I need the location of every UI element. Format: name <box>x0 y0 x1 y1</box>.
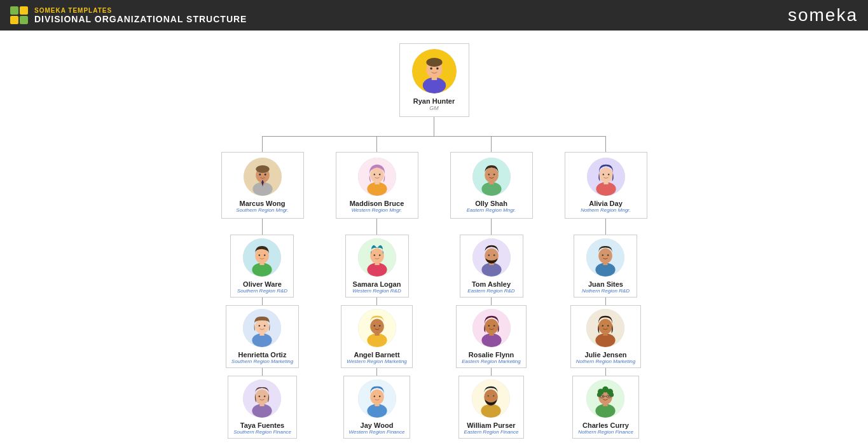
dept-tom: Eastern Region R&D <box>467 288 514 294</box>
card-william: William Purser Eastern Region Finance <box>458 376 525 439</box>
svg-point-87 <box>602 174 603 175</box>
avatar-angel <box>358 309 396 347</box>
vert-conn-1 <box>262 136 263 152</box>
svg-point-56 <box>370 390 384 405</box>
branch-alivia: Alivia Day Nothern Region Mngr. <box>558 136 654 439</box>
vert-conn-4b <box>605 219 606 235</box>
svg-point-40 <box>379 174 380 175</box>
dept-charles: Nothern Region Finance <box>578 429 633 435</box>
avatar-oliver <box>243 238 281 277</box>
avatar-maddison <box>358 158 396 196</box>
level2-row: Marcus Wong Southern Region Mngr. <box>205 136 663 439</box>
svg-point-33 <box>259 395 260 397</box>
header-left: SOMEKA TEMPLATES DIVISIONAL ORGANIZATION… <box>10 6 247 24</box>
card-henrietta: Henrietta Ortiz Southern Region Marketin… <box>226 305 299 368</box>
vert-conn-3 <box>491 136 492 152</box>
card-taya: Taya Fuentes Southern Region Finance <box>228 376 297 439</box>
name-alivia: Alivia Day <box>589 200 623 207</box>
vert-conn-4 <box>605 136 606 152</box>
logo-icon <box>10 6 28 24</box>
name-juan: Juan Sites <box>588 280 623 288</box>
sub-taya: Taya Fuentes Southern Region Finance <box>228 376 297 439</box>
svg-point-92 <box>599 249 613 264</box>
svg-point-62 <box>485 168 499 183</box>
svg-point-38 <box>370 168 384 183</box>
svg-point-5 <box>430 67 432 70</box>
svg-point-94 <box>607 254 609 256</box>
name-rosalie: Rosalie Flynn <box>469 351 514 359</box>
svg-point-39 <box>373 174 375 175</box>
sub-marcus: Oliver Ware Southern Region R&D <box>226 235 299 439</box>
name-jay: Jay Wood <box>361 421 394 429</box>
name-marcus: Marcus Wong <box>240 200 286 207</box>
svg-point-98 <box>599 319 613 334</box>
dept-henrietta: Southern Region Marketing <box>231 359 293 364</box>
svg-point-22 <box>264 254 265 256</box>
dept-samara: Western Region R&D <box>352 288 401 294</box>
dept-taya: Southern Region Finance <box>233 429 291 435</box>
svg-point-6 <box>436 67 439 70</box>
name-henrietta: Henrietta Ortiz <box>238 351 287 359</box>
svg-point-4 <box>426 58 442 67</box>
sub-samara: Samara Logan Western Region R&D <box>345 235 409 305</box>
node-marcus: Marcus Wong Southern Region Mngr. <box>221 152 304 219</box>
svg-point-26 <box>256 319 270 334</box>
svg-point-109 <box>609 392 614 397</box>
avatar-julie <box>586 309 624 347</box>
branch-marcus: Marcus Wong Southern Region Mngr. <box>215 136 310 439</box>
card-juan: Juan Sites Nothern Region R&D <box>574 235 637 298</box>
ceo-section: Ryan Hunter GM <box>399 43 469 136</box>
avatar-olly <box>472 158 511 196</box>
avatar-taya <box>243 380 281 418</box>
svg-point-81 <box>488 395 489 397</box>
svg-point-58 <box>379 395 380 397</box>
svg-point-108 <box>597 392 602 397</box>
svg-point-21 <box>259 254 260 256</box>
sub-charles: Charles Curry Nothern Region Finance <box>572 376 639 439</box>
sub-tom: Tom Ashley Eastern Region R&D <box>460 235 523 305</box>
svg-point-100 <box>607 325 609 326</box>
avatar-jay <box>358 380 396 418</box>
card-julie: Julie Jensen Nothern Region Marketing <box>570 305 641 368</box>
top-avatar <box>412 49 457 93</box>
branch-olly: Olly Shah Eastern Region Mngr. <box>444 136 539 439</box>
page-title: DIVISIONAL ORGANIZATIONAL STRUCTURE <box>34 14 247 24</box>
avatar-alivia <box>587 158 625 196</box>
org-chart: Ryan Hunter GM <box>13 43 855 439</box>
svg-point-20 <box>256 249 270 264</box>
dept-julie: Nothern Region Marketing <box>576 359 635 364</box>
svg-point-99 <box>602 325 603 326</box>
node-alivia: Alivia Day Nothern Region Mngr. <box>565 152 647 219</box>
name-olly: Olly Shah <box>475 200 507 207</box>
dept-rosalie: Eastern Region Marketing <box>462 359 521 364</box>
svg-point-27 <box>259 325 260 326</box>
svg-point-13 <box>256 165 270 173</box>
svg-point-52 <box>379 325 380 326</box>
svg-point-93 <box>602 254 603 256</box>
svg-point-88 <box>608 174 609 175</box>
svg-point-74 <box>485 319 499 334</box>
sub-henrietta: Henrietta Ortiz Southern Region Marketin… <box>226 305 299 376</box>
top-node-role: GM <box>429 105 439 111</box>
vert-conn-3b <box>491 219 492 235</box>
avatar-juan <box>586 238 624 277</box>
svg-point-50 <box>370 319 384 334</box>
vert-conn-2b <box>376 219 377 235</box>
svg-point-63 <box>488 174 489 175</box>
sub-alivia: Juan Sites Nothern Region R&D <box>570 235 641 439</box>
role-alivia: Nothern Region Mngr. <box>581 207 630 213</box>
vert-conn-2 <box>376 136 377 152</box>
header-text: SOMEKA TEMPLATES DIVISIONAL ORGANIZATION… <box>34 7 247 24</box>
avatar-charles <box>586 380 624 418</box>
dept-jay: Western Region Finance <box>349 429 405 435</box>
role-marcus: Southern Region Mngr. <box>236 207 288 213</box>
svg-point-70 <box>493 254 495 256</box>
sub-angel: Angel Barnett Western Region Marketing <box>341 305 413 376</box>
h-connector-line <box>263 136 606 137</box>
vert-conn-1b <box>262 219 263 235</box>
svg-point-15 <box>264 174 266 175</box>
svg-point-82 <box>493 395 494 397</box>
sub-william: William Purser Eastern Region Finance <box>458 376 525 439</box>
sub-oliver: Oliver Ware Southern Region R&D <box>230 235 294 305</box>
svg-point-14 <box>259 174 261 175</box>
